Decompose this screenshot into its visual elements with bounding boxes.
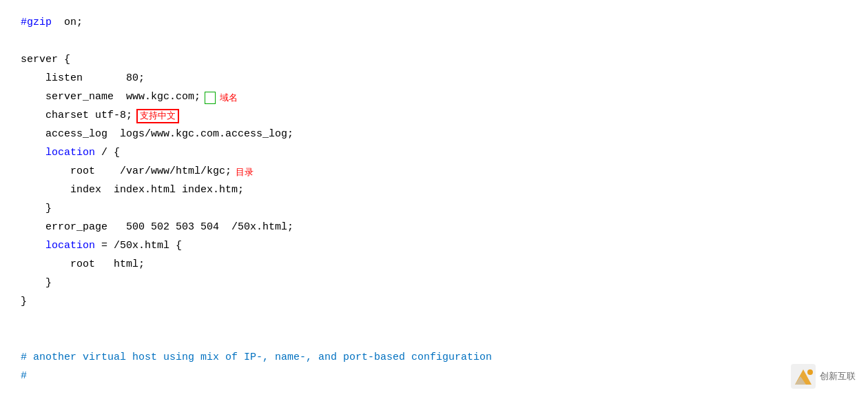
code-line: access_log logs/www.kgc.com.access_log;: [21, 125, 847, 144]
comment-text: # another virtual host using mix of IP-,…: [21, 349, 492, 367]
annotation-box: 支持中文: [136, 109, 179, 123]
keyword: location: [45, 238, 95, 255]
indent: [21, 238, 45, 255]
code-line: error_page 500 502 503 504 /50x.html;: [21, 218, 847, 237]
indent: [21, 108, 45, 125]
code-text: = /50x.html {: [95, 238, 182, 255]
annotation-plain: 域名: [220, 90, 238, 105]
indent: [21, 163, 70, 181]
indent: [21, 256, 70, 274]
code-line: listen 80;: [21, 70, 847, 88]
code-text: root /var/www/html/kgc;: [70, 163, 231, 181]
watermark-logo: [791, 364, 816, 389]
comment-text: #: [21, 368, 27, 385]
code-text: index index.html index.htm;: [70, 182, 244, 199]
code-line: server_name www.kgc.com;域名: [21, 88, 847, 107]
watermark-text: 创新互联: [820, 370, 856, 383]
code-line: root /var/www/html/kgc;目录: [21, 163, 847, 181]
code-text: }: [45, 201, 52, 218]
code-line: location / {: [21, 144, 847, 163]
indent: [21, 70, 45, 88]
indent: [21, 182, 70, 199]
code-text: server_name www.kgc.com;: [45, 89, 200, 106]
code-line: }: [21, 274, 847, 293]
code-text: on;: [52, 14, 83, 32]
code-text: charset utf-8;: [45, 108, 132, 125]
annotation-plain: 目录: [236, 165, 254, 179]
indent: [21, 89, 45, 106]
keyword: location: [45, 145, 95, 162]
indent: [21, 145, 45, 162]
keyword: #gzip: [21, 14, 52, 32]
code-line: }: [21, 200, 847, 218]
code-text: access_log logs/www.kgc.com.access_log;: [45, 126, 293, 143]
code-text: }: [21, 294, 27, 311]
code-text: server {: [21, 52, 70, 69]
code-text: listen 80;: [45, 70, 145, 88]
code-text: }: [45, 275, 52, 292]
svg-point-3: [807, 369, 813, 375]
code-line: [21, 312, 847, 330]
indent: [21, 275, 45, 292]
code-line: root html;: [21, 256, 847, 274]
code-line: #: [21, 367, 847, 386]
indent: [21, 219, 45, 236]
code-line: }: [21, 293, 847, 312]
code-line: charset utf-8;支持中文: [21, 107, 847, 125]
code-text: error_page 500 502 503 504 /50x.html;: [45, 219, 293, 236]
code-line: # another virtual host using mix of IP-,…: [21, 349, 847, 367]
empty-box: [205, 92, 216, 104]
code-line: [21, 330, 847, 349]
code-block: #gzip on; server { listen 80; server_nam…: [0, 0, 868, 397]
code-text: root html;: [70, 256, 145, 274]
indent: [21, 126, 45, 143]
code-line: index index.html index.htm;: [21, 181, 847, 200]
code-line: [21, 32, 847, 51]
code-text: / {: [95, 145, 120, 162]
code-line: server {: [21, 51, 847, 70]
indent: [21, 201, 45, 218]
code-line: location = /50x.html {: [21, 237, 847, 256]
watermark: 创新互联: [791, 364, 856, 389]
code-line: #gzip on;: [21, 14, 847, 32]
